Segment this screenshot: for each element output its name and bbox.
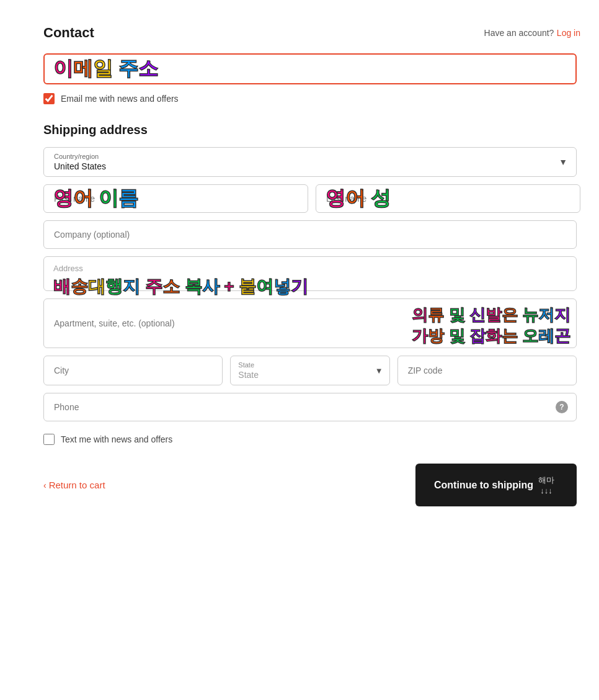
phone-help-icon[interactable]: ? [556, 401, 568, 413]
last-name-input[interactable] [316, 184, 580, 213]
phone-wrapper: ? [43, 393, 577, 421]
sms-checkbox-label[interactable]: Text me with news and offers [61, 434, 172, 444]
email-checkbox-row: Email me with news and offers [43, 93, 580, 104]
address-group: Address 배송대행지 주소 복사 + 붙여넣기 [43, 256, 577, 291]
have-account-row: Have an account? Log in [484, 27, 580, 38]
sms-checkbox-row: Text me with news and offers [43, 434, 577, 445]
company-input[interactable] [43, 220, 577, 249]
email-checkbox[interactable] [43, 93, 55, 104]
address-input[interactable] [43, 256, 577, 291]
contact-header: Contact Have an account? Log in [43, 25, 580, 41]
last-name-container: 영어 성 [316, 184, 580, 213]
first-name-input[interactable] [43, 184, 308, 213]
country-select[interactable]: United States Canada United Kingdom [44, 148, 576, 176]
city-input[interactable] [43, 356, 223, 385]
last-name-group: 영어 성 [316, 184, 580, 213]
email-input-wrapper: 이메일 주소 [43, 53, 580, 84]
first-name-group: 영어 이름 [43, 184, 308, 213]
return-to-cart-link[interactable]: ‹ Return to cart [43, 480, 105, 490]
continue-korean-label: 해마↓↓↓ [538, 475, 554, 495]
sms-checkbox[interactable] [43, 434, 55, 445]
email-field-container: 이메일 주소 [43, 53, 580, 84]
bottom-actions: ‹ Return to cart Continue to shipping 해마… [43, 464, 577, 506]
continue-shipping-label: Continue to shipping [434, 480, 533, 491]
continue-to-shipping-button[interactable]: Continue to shipping 해마↓↓↓ [415, 464, 577, 506]
apt-input[interactable] [43, 298, 577, 348]
return-to-cart-label: Return to cart [49, 480, 105, 490]
phone-input[interactable] [43, 393, 577, 421]
company-group [43, 220, 577, 249]
have-account-text: Have an account? [484, 28, 554, 38]
email-checkbox-label[interactable]: Email me with news and offers [61, 94, 179, 104]
first-name-container: 영어 이름 [43, 184, 308, 213]
log-in-link[interactable]: Log in [557, 28, 580, 38]
country-region-select-box: Country/region United States Canada Unit… [43, 147, 577, 177]
state-select-box: State State ALAKAZAR CACOCTDE FLGAHIID I… [230, 356, 389, 385]
state-select[interactable]: State ALAKAZAR CACOCTDE FLGAHIID ILINIAK… [231, 356, 389, 385]
email-input[interactable] [43, 53, 577, 84]
city-state-zip-row: State State ALAKAZAR CACOCTDE FLGAHIID I… [43, 356, 577, 385]
name-row: 영어 이름 영어 성 [43, 184, 580, 213]
return-chevron-icon: ‹ [43, 480, 47, 490]
shipping-section-title: Shipping address [43, 123, 580, 137]
contact-title: Contact [43, 25, 94, 41]
apt-group: 의류 및 신발은 뉴저지 가방 및 잡화는 오레곤 [43, 298, 577, 348]
zip-input[interactable] [397, 356, 577, 385]
